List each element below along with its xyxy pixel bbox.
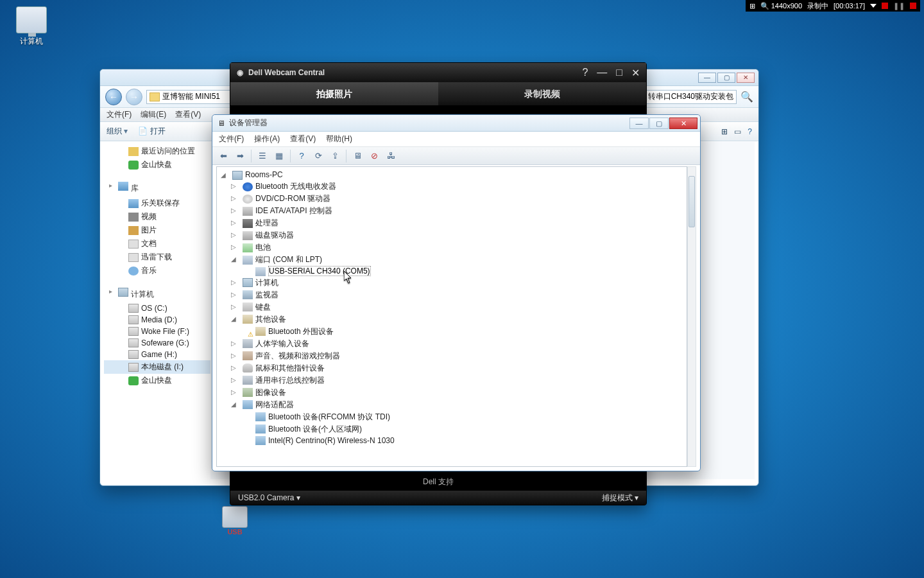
devmgr-close-button[interactable]: ✕ (669, 118, 697, 129)
tree-root[interactable]: ◢Rooms-PC (217, 170, 687, 180)
help-button[interactable]: ? (295, 149, 309, 163)
sidebar-header-libraries[interactable]: 库 (104, 180, 210, 197)
tree-ch340[interactable]: USB-SERIAL CH340 (COM5) (217, 266, 687, 277)
tree-keyboard[interactable]: ▷键盘 (217, 301, 687, 313)
explorer-minimize-button[interactable]: — (698, 73, 716, 83)
recorder-pause-button[interactable]: ❚❚ (893, 2, 905, 10)
expand-icon[interactable]: ▷ (231, 389, 238, 396)
tree-battery[interactable]: ▷电池 (217, 241, 687, 254)
sidebar-item-drive-d[interactable]: Media (D:) (104, 314, 210, 326)
recorder-dropdown-icon[interactable] (870, 4, 877, 8)
menu-action[interactable]: 操作(A) (254, 134, 280, 144)
uninstall-button[interactable]: 🖥 (350, 149, 364, 163)
tree-ide[interactable]: ▷IDE ATA/ATAPI 控制器 (217, 205, 687, 217)
expand-icon[interactable]: ▷ (231, 182, 238, 189)
breadcrumb-tail[interactable]: 转串口CH340驱动安装包 (648, 91, 733, 102)
menu-view[interactable]: 查看(V) (290, 134, 316, 144)
webcam-close-button[interactable]: ✕ (631, 67, 640, 79)
tree-monitor[interactable]: ▷监视器 (217, 289, 687, 301)
device-tree[interactable]: ◢Rooms-PC ▷Bluetooth 无线电收发器 ▷DVD/CD-ROM … (216, 166, 687, 467)
usb-file-icon[interactable]: USB (216, 506, 254, 536)
properties-button[interactable]: ▦ (272, 149, 286, 163)
tree-dvd[interactable]: ▷DVD/CD-ROM 驱动器 (217, 193, 687, 205)
scan-button[interactable]: ⟳ (311, 149, 325, 163)
tab-video[interactable]: 录制视频 (438, 82, 646, 105)
sidebar-item-recent[interactable]: 最近访问的位置 (104, 144, 210, 158)
menu-view[interactable]: 查看(V) (175, 109, 201, 120)
tree-imaging[interactable]: ▷图像设备 (217, 387, 687, 399)
sidebar-item-drive-c[interactable]: OS (C:) (104, 302, 210, 314)
tree-sound[interactable]: ▷声音、视频和游戏控制器 (217, 350, 687, 362)
scrollbar-thumb[interactable] (689, 176, 695, 227)
expand-icon[interactable]: ▷ (231, 219, 238, 226)
update-button[interactable]: ⇪ (328, 149, 342, 163)
tree-disk[interactable]: ▷磁盘驱动器 (217, 229, 687, 241)
expand-icon[interactable]: ▷ (231, 231, 238, 238)
tree-btperiph[interactable]: Bluetooth 外围设备 (217, 326, 687, 338)
expand-icon[interactable]: ▷ (231, 364, 238, 371)
sidebar-item-music[interactable]: 音乐 (104, 264, 210, 277)
show-hide-button[interactable]: ☰ (255, 149, 270, 163)
tree-cpu[interactable]: ▷处理器 (217, 217, 687, 229)
organize-button[interactable]: 组织 (107, 126, 128, 137)
tree-btrfcomm[interactable]: Bluetooth 设备(RFCOMM 协议 TDI) (217, 411, 687, 423)
sidebar-item-drive-g[interactable]: Sofeware (G:) (104, 337, 210, 349)
collapse-icon[interactable]: ◢ (221, 171, 228, 179)
tree-bluetooth[interactable]: ▷Bluetooth 无线电收发器 (217, 180, 687, 193)
sidebar-header-computer[interactable]: 计算机 (104, 286, 210, 302)
sidebar-item-xunlei[interactable]: 迅雷下载 (104, 250, 210, 264)
menu-edit[interactable]: 编辑(E) (141, 109, 166, 120)
tree-hid[interactable]: ▷人体学输入设备 (217, 338, 687, 350)
expand-icon[interactable]: ▷ (231, 352, 238, 359)
sidebar-item-legu[interactable]: 乐关联保存 (104, 197, 210, 210)
breadcrumb[interactable]: 亚博智能 MINI51 (162, 91, 220, 102)
collapse-icon[interactable]: ◢ (231, 315, 238, 322)
expand-icon[interactable]: ▷ (231, 279, 238, 286)
expand-icon[interactable]: ▷ (231, 243, 238, 250)
tree-other[interactable]: ◢其他设备 (217, 313, 687, 326)
collapse-icon[interactable]: ◢ (231, 256, 238, 263)
tree-network[interactable]: ◢网络适配器 (217, 399, 687, 411)
capture-mode-select[interactable]: 捕捉模式 ▾ (602, 493, 638, 504)
sidebar-item-video[interactable]: 视频 (104, 210, 210, 223)
expand-icon[interactable]: ▷ (231, 207, 238, 214)
desktop-computer-icon[interactable]: 计算机 (9, 6, 54, 47)
webcam-maximize-button[interactable]: □ (616, 67, 622, 79)
devmgr-titlebar[interactable]: 🖥设备管理器 — ▢ ✕ (212, 115, 700, 132)
expand-icon[interactable]: ▷ (231, 340, 238, 347)
sidebar-item-jinshan[interactable]: 金山快盘 (104, 158, 210, 171)
tab-photo[interactable]: 拍摄照片 (230, 82, 438, 105)
expand-icon[interactable]: ▷ (231, 376, 238, 383)
preview-pane-button[interactable]: ▭ (734, 127, 741, 136)
sidebar-item-drive-f[interactable]: Woke File (F:) (104, 326, 210, 337)
webcam-titlebar[interactable]: ◉Dell Webcam Central ? — □ ✕ (230, 63, 646, 82)
camera-select[interactable]: USB2.0 Camera ▾ (238, 493, 300, 502)
menu-help[interactable]: 帮助(H) (326, 134, 352, 144)
search-icon[interactable]: 🔍 (740, 91, 753, 103)
explorer-close-button[interactable]: ✕ (737, 73, 755, 83)
recorder-stop-button[interactable] (910, 3, 916, 9)
devmgr-maximize-button[interactable]: ▢ (649, 118, 669, 129)
nav-back-button[interactable]: ⬅ (216, 149, 230, 163)
sidebar-item-drive-h[interactable]: Game (H:) (104, 349, 210, 360)
tree-centrino[interactable]: Intel(R) Centrino(R) Wireless-N 1030 (217, 435, 687, 446)
menu-file[interactable]: 文件(F) (219, 134, 244, 144)
menu-file[interactable]: 文件(F) (107, 109, 132, 120)
view-mode-button[interactable]: ⊞ (721, 127, 728, 136)
webcam-support-link[interactable]: Dell 支持 (230, 477, 646, 488)
tree-ports[interactable]: ◢端口 (COM 和 LPT) (217, 254, 687, 266)
sidebar-item-pictures[interactable]: 图片 (104, 223, 210, 237)
sidebar-item-documents[interactable]: 文档 (104, 237, 210, 250)
explorer-maximize-button[interactable]: ▢ (717, 73, 735, 83)
tree-btpan[interactable]: Bluetooth 设备(个人区域网) (217, 423, 687, 435)
nav-back-button[interactable]: ← (105, 89, 122, 105)
tree-usbctrl[interactable]: ▷通用串行总线控制器 (217, 374, 687, 387)
nav-forward-button[interactable]: → (126, 89, 142, 105)
tree-computer[interactable]: ▷计算机 (217, 277, 687, 289)
open-button[interactable]: 📄 打开 (138, 126, 165, 137)
expand-icon[interactable]: ▷ (231, 303, 238, 310)
expand-icon[interactable]: ▷ (231, 291, 238, 298)
help-icon[interactable]: ? (748, 127, 752, 136)
recorder-record-button[interactable] (882, 3, 888, 9)
collapse-icon[interactable]: ◢ (231, 401, 238, 408)
